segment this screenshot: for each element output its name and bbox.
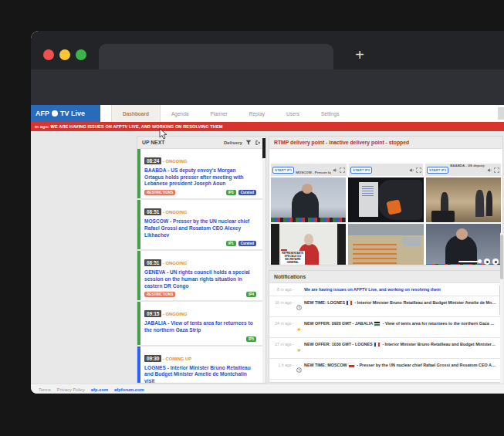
notification-age: 1 h ago - [274,362,294,367]
notification-item[interactable]: 27 m ago -★NEW OFFER: 1030 GMT - LOGNES … [269,338,502,359]
browser-tab[interactable] [99,44,333,69]
fullscreen-icon[interactable] [492,259,499,265]
delivery-label: Delivery [224,140,242,145]
new-tab-button[interactable]: + [350,45,370,65]
tab-agenda[interactable]: Agenda [161,105,199,122]
header-scroll-stub [498,107,504,120]
notification-item[interactable]: 8 m ago -We are having issues on AFPTV L… [269,283,502,296]
country-flag-icon [349,363,354,367]
notification-text: NEW TIME: LOGNES - Interior Minister Bru… [304,299,496,306]
volume-slider[interactable] [458,261,482,262]
video-thumbnail-moscow-curated[interactable] [426,224,501,265]
collapse-panel-icon[interactable] [255,140,261,146]
event-status: - COMING UP [161,357,191,361]
page-scrollbar[interactable] [500,233,503,394]
tab-replay[interactable]: Replay [238,105,276,122]
video-row-1 [269,177,502,222]
expand-icon[interactable] [416,167,421,173]
video-thumbnail-baabda[interactable] [426,177,501,222]
main-nav: Dashboard Agenda Planner Replay Users Se… [111,105,350,122]
event-status: - ONGOING [161,159,187,164]
afp-com-link[interactable]: afp.com [91,387,108,392]
up-next-panel: UP NEXT Delivery 08:24 - ONGOINGBAABDA -… [137,136,266,384]
notification-item[interactable]: 1 h ago -NEW TIME: MOSCOW - Presser by t… [269,359,502,380]
notification-age: 24 m ago - [274,320,294,326]
player-header: START IP1MOSCOW - Presser by t... [271,164,347,176]
upnext-item[interactable]: 09:30 - COMING UPLOGNES - Interior Minis… [137,346,262,383]
delivery-ip-badge: IP1 [226,241,236,246]
speaker-icon[interactable] [333,167,338,173]
logo-product-text: TV Live [60,110,85,117]
clock-icon [296,367,302,373]
event-status: - ONGOING [161,312,187,316]
afpforum-link[interactable]: afpforum.com [114,387,144,392]
event-status: - ONGOING [161,261,187,265]
video-row-2: REPRESENTANTE SPECIALE DU SECRETAIRE GEN… [269,224,502,265]
speaker-icon[interactable] [487,167,492,173]
upnext-item[interactable]: 08:51 - ONGOINGMOSCOW - Presser by the U… [137,200,262,251]
event-title: JABALIA - View of tents area for returne… [144,320,256,333]
delivery-ip-badge: IP3 [226,190,236,195]
notification-item[interactable]: 1 h ago -★NEW OFFER: 0800 GMT - AL-ZAWAY… [269,380,502,382]
browser-toolbar [31,69,504,105]
browser-tab-strip: + [31,31,504,69]
event-title: MOSCOW - Presser by the UN nuclear chief… [144,218,256,238]
country-flag-icon [374,343,380,346]
start-stream-button[interactable]: START IP2 [350,167,372,174]
video-thumbnail-geneva[interactable]: REPRESENTANTE SPECIALE DU SECRETAIRE GEN… [271,224,346,265]
minimize-window-button[interactable] [59,49,70,60]
delivery-ip-badge: Curated [238,241,256,246]
maximize-window-button[interactable] [76,49,86,60]
app-header: AFP TV Live Dashboard Agenda Planner Rep… [31,105,504,122]
notification-text: NEW TIME: MOSCOW - Presser by the UN nuc… [304,362,496,368]
video-caption-overlay: REPRESENTANTE SPECIALE DU SECRETAIRE GEN… [281,251,305,265]
player-header: START IP2 [349,164,423,176]
notification-text: NEW OFFER: 1030 GMT - LOGNES - Interior … [304,341,496,347]
upnext-item[interactable]: 08:24 - ONGOINGBAABDA - US deputy envoy'… [137,149,262,200]
notification-item[interactable]: 24 m ago -★NEW OFFER: 0920 GMT - JABALIA… [269,317,502,338]
tab-dashboard[interactable]: Dashboard [111,105,161,122]
up-next-header: UP NEXT Delivery [137,137,266,149]
filter-icon[interactable] [245,140,252,146]
notification-text: We are having issues on AFPTV Live, and … [304,286,496,292]
video-thumbnail-jabalia[interactable] [348,224,423,265]
upnext-scrollbar[interactable] [262,137,266,383]
event-time: 09:15 [144,310,161,317]
player-title: BAABDA - US deputy en... [450,164,485,167]
star-icon: ★ [297,326,302,332]
terms-link[interactable]: Terms [39,387,51,392]
event-time: 08:51 [144,208,161,215]
upnext-item[interactable]: 09:15 - ONGOINGJABALIA - View of tents a… [137,302,262,346]
notification-age: 8 m ago - [274,286,294,292]
rtmp-panel: RTMP delivery point - Inactive delivery … [269,136,503,265]
tab-users[interactable]: Users [276,105,310,122]
player-title: MOSCOW - Presser by t... [296,171,331,174]
delivery-ip-badge: IP5 [246,336,256,342]
start-stream-button[interactable]: START IP1 [272,167,294,174]
video-thumbnail-ip2[interactable] [348,177,423,222]
notifications-list: 8 m ago -We are having issues on AFPTV L… [269,283,502,382]
privacy-policy-link[interactable]: Privacy Policy [57,387,85,392]
country-flag-icon [374,322,380,326]
restrictions-badge: RESTRICTIONS [144,292,175,297]
settings-gear-icon[interactable] [484,259,490,265]
notification-text: NEW OFFER: 0920 GMT - JABALIA - View of … [304,320,496,326]
tab-settings[interactable]: Settings [310,105,350,122]
speaker-icon[interactable] [409,167,414,173]
expand-icon[interactable] [494,167,499,173]
event-time: 09:30 [144,355,161,362]
close-window-button[interactable] [43,49,54,60]
start-stream-button[interactable]: START IP3 [427,167,448,174]
alert-banner: m ago: WE ARE HAVING ISSUES ON AFPTV LIV… [31,122,504,131]
tab-planner[interactable]: Planner [199,105,238,122]
player-header: START IP3BAABDA - US deputy en...RESTRIC… [425,164,501,176]
event-time: 08:24 [144,157,161,164]
expand-icon[interactable] [340,167,345,173]
upnext-item[interactable]: 08:51 - ONGOINGGENEVA - UN rights counci… [137,251,262,302]
country-flag-icon [347,301,352,305]
notification-item[interactable]: 16 m ago -NEW TIME: LOGNES - Interior Mi… [269,296,502,317]
afp-tv-live-logo[interactable]: AFP TV Live [31,105,100,122]
video-thumbnail-moscow-presser[interactable] [271,177,346,222]
afp-globe-icon [52,110,58,117]
video-controls [458,259,499,265]
